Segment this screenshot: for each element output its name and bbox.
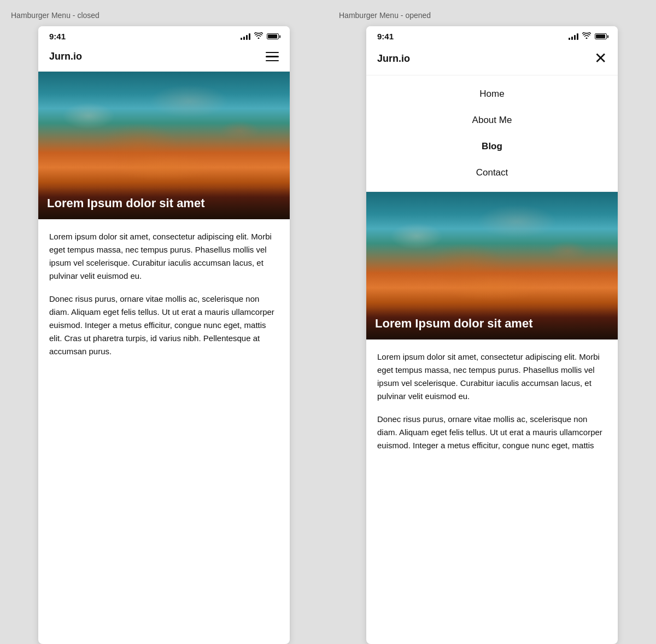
hero-title-left: Lorem Ipsum dolor sit amet xyxy=(47,196,205,210)
wifi-icon-left xyxy=(254,32,263,40)
hamburger-button[interactable] xyxy=(266,52,279,62)
content-left: Lorem ipsum dolor sit amet, consectetur … xyxy=(38,219,290,369)
paragraph2-right: Donec risus purus, ornare vitae mollis a… xyxy=(377,413,607,452)
hero-overlay-right: Lorem Ipsum dolor sit amet xyxy=(366,308,618,339)
status-bar-left: 9:41 xyxy=(38,26,290,45)
status-icons-right xyxy=(569,32,607,40)
battery-icon-left xyxy=(267,33,279,39)
signal-icon-right xyxy=(569,33,578,40)
paragraph1-left: Lorem ipsum dolor sit amet, consectetur … xyxy=(49,230,279,283)
content-right: Lorem ipsum dolor sit amet, consectetur … xyxy=(366,339,618,463)
status-icons-left xyxy=(241,32,279,40)
nav-item-blog[interactable]: Blog xyxy=(366,133,618,160)
status-time-left: 9:41 xyxy=(49,32,66,41)
hero-overlay-left: Lorem Ipsum dolor sit amet xyxy=(38,188,290,219)
navbar-opened: Jurn.io ✕ xyxy=(366,45,618,75)
status-bar-right: 9:41 xyxy=(366,26,618,45)
brand-right: Jurn.io xyxy=(377,53,410,65)
nav-menu: Home About Me Blog Contact xyxy=(366,75,618,192)
hero-title-right: Lorem Ipsum dolor sit amet xyxy=(375,317,533,330)
hero-image-right: Lorem Ipsum dolor sit amet xyxy=(366,192,618,339)
right-panel-label: Hamburger Menu - opened xyxy=(339,11,645,20)
nav-item-home[interactable]: Home xyxy=(366,81,618,107)
brand-left: Jurn.io xyxy=(49,51,82,62)
phone-frame-opened: 9:41 xyxy=(366,26,618,644)
paragraph1-right: Lorem ipsum dolor sit amet, consectetur … xyxy=(377,350,607,403)
navbar-closed: Jurn.io xyxy=(38,45,290,72)
battery-icon-right xyxy=(595,33,607,39)
nav-item-about[interactable]: About Me xyxy=(366,107,618,133)
signal-icon-left xyxy=(241,33,250,40)
nav-item-contact[interactable]: Contact xyxy=(366,160,618,186)
hero-image-left: Lorem Ipsum dolor sit amet xyxy=(38,72,290,219)
wifi-icon-right xyxy=(582,32,591,40)
status-time-right: 9:41 xyxy=(377,32,394,41)
right-panel: Hamburger Menu - opened 9:41 xyxy=(328,0,656,644)
left-panel-label: Hamburger Menu - closed xyxy=(11,11,317,20)
paragraph2-left: Donec risus purus, ornare vitae mollis a… xyxy=(49,292,279,358)
left-panel: Hamburger Menu - closed 9:41 xyxy=(0,0,328,644)
phone-frame-closed: 9:41 xyxy=(38,26,290,644)
close-menu-button[interactable]: ✕ xyxy=(594,51,607,66)
